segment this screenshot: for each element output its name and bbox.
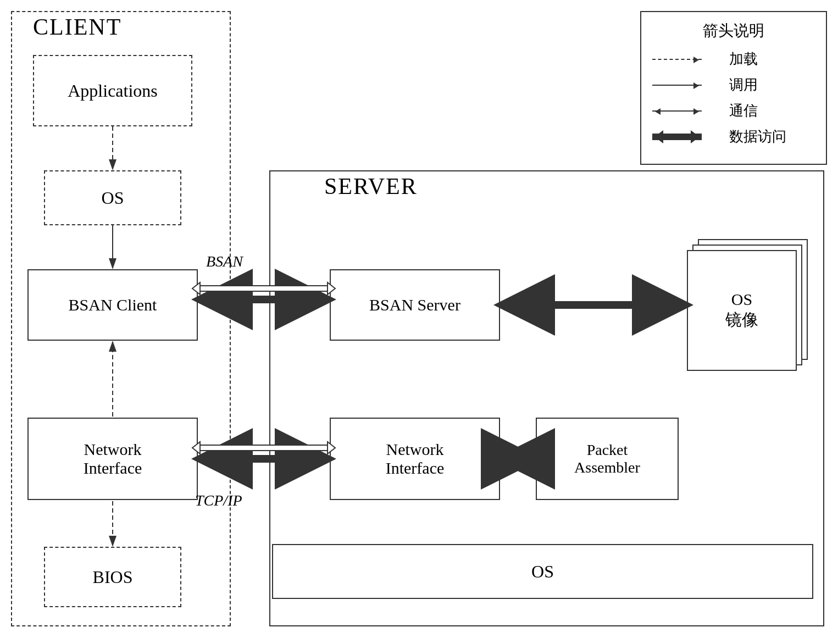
bsan-client-box: BSAN Client [27, 269, 198, 341]
client-label: CLIENT [33, 14, 121, 40]
client-os-box: OS [44, 170, 181, 225]
bsan-label: BSAN [206, 253, 243, 270]
legend-row-data: 数据访问 [652, 127, 815, 146]
dashed-arrow-icon [652, 59, 702, 60]
server-os-box: OS [272, 544, 813, 599]
network-interface-client-box: Network Interface [27, 418, 198, 500]
network-interface-server-box: Network Interface [330, 418, 500, 500]
comm-arrow-container [652, 110, 718, 112]
double-arrow-icon [652, 110, 702, 112]
legend-box: 箭头说明 加载 调用 通信 数据访问 [640, 11, 827, 165]
legend-row-call: 调用 [652, 75, 815, 95]
legend-title: 箭头说明 [652, 20, 815, 41]
server-label: SERVER [324, 173, 418, 199]
legend-call-label: 调用 [729, 75, 758, 95]
call-arrow-container [652, 85, 718, 86]
bios-box: BIOS [44, 547, 181, 607]
legend-load-label: 加载 [729, 49, 758, 69]
applications-box: Applications [33, 55, 192, 126]
data-arrow-container [652, 134, 718, 140]
legend-comm-label: 通信 [729, 101, 758, 120]
tcpip-label: TCP/IP [195, 492, 242, 509]
packet-assembler-box: Packet Assembler [536, 418, 679, 500]
solid-thin-arrow-icon [652, 85, 702, 86]
load-arrow-container [652, 59, 718, 60]
os-image-box: OS 镜像 [687, 250, 797, 371]
diagram-container: CLIENT SERVER Applications OS BSAN Clien… [0, 0, 838, 644]
bsan-server-box: BSAN Server [330, 269, 500, 341]
legend-row-load: 加载 [652, 49, 815, 69]
legend-row-comm: 通信 [652, 101, 815, 120]
legend-data-label: 数据访问 [729, 127, 786, 146]
thick-arrow-icon [652, 134, 702, 140]
